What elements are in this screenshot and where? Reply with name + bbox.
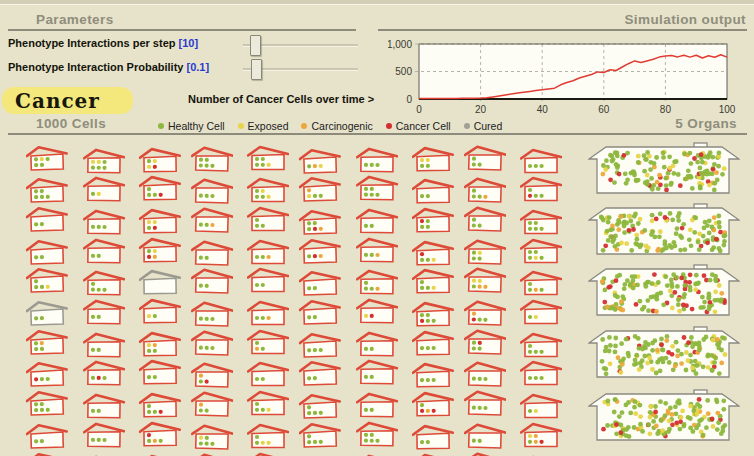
house-cell <box>520 393 562 420</box>
house-cell <box>190 452 233 456</box>
house-cell <box>139 298 181 326</box>
legend-item: Exposed <box>238 120 289 132</box>
house-cell <box>190 268 233 296</box>
model-title: Cancer <box>15 89 100 113</box>
svg-text:100: 100 <box>719 104 736 115</box>
cells-title: 1000 Cells <box>36 116 106 131</box>
legend-dot <box>386 123 392 129</box>
house-cell <box>82 270 124 298</box>
house-cell <box>412 207 454 235</box>
house-cell <box>247 452 289 456</box>
house-cell <box>139 146 181 174</box>
house-cell <box>247 177 289 204</box>
house-cell <box>82 299 124 327</box>
house-cell <box>463 422 506 450</box>
house-cell <box>139 269 181 297</box>
house-cell <box>190 206 233 234</box>
house-cell <box>82 422 124 450</box>
legend-item: Healthy Cell <box>158 120 225 132</box>
house-cell <box>412 329 454 357</box>
house-cell <box>412 178 454 206</box>
house-cell <box>26 422 69 450</box>
house-cell <box>299 360 342 388</box>
house-cell <box>355 146 397 174</box>
legend-label: Cancer Cell <box>396 120 451 132</box>
house-cell <box>190 300 233 328</box>
house-cell <box>355 392 397 420</box>
organs-underline <box>545 133 747 135</box>
house-cell <box>247 267 289 294</box>
house-cell <box>82 176 124 204</box>
slider-handle[interactable] <box>251 59 262 80</box>
house-cell <box>412 424 454 452</box>
house-cell <box>139 236 181 264</box>
house-cell <box>520 270 562 297</box>
house-cell <box>463 238 506 266</box>
svg-text:40: 40 <box>537 104 549 115</box>
house-cell <box>26 177 69 205</box>
house-cell <box>299 208 342 236</box>
house-cell <box>463 390 506 418</box>
house-cell <box>412 362 454 390</box>
slider-value: [0.1] <box>186 61 209 73</box>
parameters-title: Parameters <box>36 12 114 27</box>
svg-text:1,000: 1,000 <box>388 39 412 50</box>
organ-container <box>588 142 740 196</box>
house-cell <box>26 238 69 266</box>
house-cell <box>520 209 562 236</box>
house-cell <box>190 239 233 267</box>
house-cell <box>139 330 181 358</box>
cancer-model-window: Parameters Phenotype Interactions per st… <box>0 0 754 456</box>
house-cell <box>139 421 181 449</box>
house-cell <box>463 267 506 295</box>
house-cell <box>26 328 69 356</box>
house-cell <box>26 451 69 456</box>
house-cell <box>26 205 69 233</box>
svg-text:80: 80 <box>660 104 672 115</box>
house-cell <box>520 299 562 326</box>
house-cell <box>190 423 233 451</box>
house-cell <box>139 392 181 420</box>
legend-dot <box>464 123 470 129</box>
house-cell <box>299 393 342 421</box>
house-cell <box>247 423 289 450</box>
simulation-output-title: Simulation output <box>500 12 746 27</box>
house-cell <box>463 205 506 233</box>
parameters-underline <box>8 29 356 31</box>
house-cell <box>355 298 397 326</box>
organ-container <box>588 203 740 257</box>
legend-label: Cured <box>474 120 503 132</box>
house-cell <box>463 299 506 327</box>
house-cell <box>247 361 289 388</box>
cell-state-legend: Healthy CellExposedCarcinogenicCancer Ce… <box>158 120 502 132</box>
house-cell <box>299 421 342 449</box>
slider-handle[interactable] <box>250 35 261 56</box>
house-cell <box>355 236 397 264</box>
house-cell <box>82 147 124 175</box>
model-title-badge: Cancer <box>2 87 133 114</box>
house-cell <box>82 331 124 359</box>
slider-row: Phenotype Interactions per step [10] <box>8 33 370 55</box>
house-cell <box>190 329 233 357</box>
house-cell <box>520 176 562 203</box>
cells-underline <box>8 133 561 135</box>
house-cell <box>190 178 233 206</box>
slider-label: Phenotype Interactions per step [10] <box>8 37 198 49</box>
chart-caption: Number of Cancer Cells over time > <box>188 93 374 105</box>
house-cell <box>355 175 397 203</box>
house-cell <box>412 452 454 456</box>
house-cell <box>82 393 124 421</box>
slider-value: [10] <box>179 37 199 49</box>
house-cell <box>463 361 506 389</box>
house-cell <box>299 298 342 326</box>
house-cell <box>412 239 454 267</box>
house-cell <box>520 238 562 265</box>
house-cell <box>26 267 69 295</box>
house-cell <box>247 239 289 266</box>
simulation-output-underline <box>378 29 747 31</box>
house-cell <box>26 299 69 327</box>
house-cell <box>412 301 454 329</box>
legend-dot <box>301 123 307 129</box>
legend-label: Exposed <box>248 120 289 132</box>
house-cell <box>247 390 289 417</box>
